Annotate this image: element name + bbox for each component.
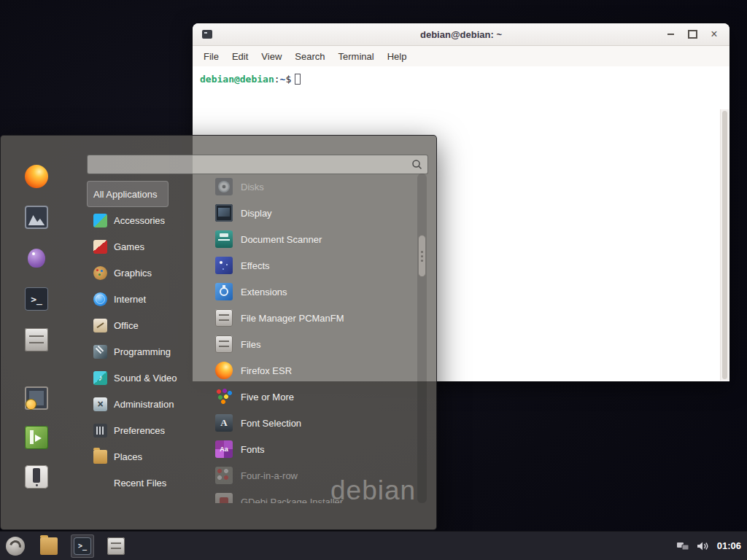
taskbar-launchers bbox=[37, 534, 128, 558]
office-icon bbox=[93, 319, 107, 332]
sound-video-icon bbox=[93, 371, 107, 385]
app-item[interactable]: Fonts bbox=[211, 436, 415, 462]
accessories-icon bbox=[93, 214, 107, 228]
document-scanner-icon bbox=[215, 230, 233, 248]
category-item[interactable]: Sound & Video bbox=[87, 365, 189, 391]
category-item[interactable]: Office bbox=[87, 312, 150, 338]
category-item[interactable]: Places bbox=[87, 443, 154, 470]
terminal-titlebar[interactable]: debian@debian: ~ × bbox=[193, 23, 729, 46]
category-label: Accessories bbox=[114, 215, 165, 226]
app-item[interactable]: Firefox ESR bbox=[211, 357, 415, 384]
category-label: Programming bbox=[114, 346, 171, 357]
category-label: Recent Files bbox=[114, 478, 166, 489]
favorite-app-button[interactable] bbox=[15, 283, 58, 315]
category-label: Internet bbox=[114, 294, 146, 305]
app-label: Firefox ESR bbox=[241, 365, 292, 376]
app-item[interactable]: Files bbox=[211, 331, 415, 357]
effects-icon bbox=[215, 257, 233, 274]
taskbar-launcher-button[interactable] bbox=[37, 534, 61, 558]
volume-icon[interactable] bbox=[697, 541, 709, 551]
firefox-icon bbox=[215, 362, 233, 379]
menu-search-input[interactable] bbox=[88, 159, 411, 170]
terminal-icon bbox=[25, 287, 48, 311]
app-item[interactable]: File Manager PCManFM bbox=[211, 305, 415, 331]
category-item[interactable]: Graphics bbox=[87, 260, 163, 286]
terminal-menu-item[interactable]: File bbox=[197, 48, 225, 65]
photos-icon bbox=[25, 206, 48, 229]
apps-scrollbar-thumb[interactable] bbox=[418, 235, 426, 277]
pcmanfm-icon bbox=[215, 309, 233, 327]
pidgin-icon bbox=[25, 246, 48, 270]
clock[interactable]: 01:06 bbox=[717, 540, 741, 551]
category-label: Preferences bbox=[114, 425, 165, 436]
category-item[interactable]: Accessories bbox=[87, 207, 177, 233]
category-item[interactable]: All Applications bbox=[87, 181, 169, 207]
favorite-app-button[interactable] bbox=[15, 160, 58, 192]
app-item[interactable]: Display bbox=[211, 200, 415, 226]
app-item[interactable]: Document Scanner bbox=[211, 226, 415, 252]
app-label: Fonts bbox=[241, 444, 265, 455]
category-item[interactable]: Programming bbox=[87, 338, 182, 365]
app-item[interactable]: Disks bbox=[211, 174, 415, 200]
terminal-menu-item[interactable]: Edit bbox=[225, 48, 255, 65]
category-list: All Applications Accessories Games Graph… bbox=[87, 181, 189, 496]
terminal-scrollbar[interactable] bbox=[720, 109, 729, 381]
terminal-menu-item[interactable]: Search bbox=[288, 48, 331, 65]
session-button[interactable] bbox=[15, 421, 58, 454]
terminal-icon bbox=[74, 537, 91, 555]
terminal-menu-item[interactable]: Terminal bbox=[332, 48, 381, 65]
app-item[interactable]: Five or More bbox=[211, 384, 415, 410]
terminal-title: debian@debian: ~ bbox=[193, 29, 729, 40]
app-item[interactable]: Font Selection bbox=[211, 410, 415, 436]
session-button[interactable] bbox=[15, 382, 58, 414]
category-item[interactable]: Recent Files bbox=[87, 470, 178, 496]
search-icon bbox=[411, 159, 422, 170]
menu-button[interactable] bbox=[3, 534, 28, 559]
files-icon bbox=[215, 335, 233, 353]
debian-watermark: debian bbox=[330, 475, 416, 506]
taskbar-launcher-button[interactable] bbox=[71, 534, 94, 558]
app-label: Display bbox=[241, 208, 272, 219]
category-label: Administration bbox=[114, 399, 174, 410]
administration-icon bbox=[93, 397, 107, 411]
favorites-column bbox=[9, 160, 63, 356]
category-item[interactable]: Administration bbox=[87, 391, 185, 417]
terminal-menu-item[interactable]: View bbox=[255, 48, 288, 65]
app-label: Font Selection bbox=[241, 418, 301, 429]
app-item[interactable]: Effects bbox=[211, 252, 415, 279]
network-icon[interactable] bbox=[677, 541, 689, 551]
terminal-cursor bbox=[295, 74, 301, 85]
prompt-separator: : bbox=[274, 74, 280, 85]
session-button[interactable] bbox=[15, 461, 58, 493]
internet-icon bbox=[93, 292, 107, 306]
app-label: Four-in-a-row bbox=[241, 470, 298, 481]
terminal-scrollbar-thumb[interactable] bbox=[722, 111, 727, 379]
display-icon bbox=[215, 204, 233, 222]
favorite-app-button[interactable] bbox=[15, 242, 58, 274]
terminal-menubar: FileEditViewSearchTerminalHelp bbox=[193, 46, 729, 66]
file-cabinet-icon bbox=[107, 537, 125, 555]
menu-search bbox=[87, 155, 428, 174]
category-item[interactable]: Games bbox=[87, 233, 156, 260]
category-label: Sound & Video bbox=[114, 373, 177, 384]
taskbar: 01:06 bbox=[0, 531, 747, 560]
graphics-icon bbox=[93, 266, 107, 280]
terminal-window-icon bbox=[202, 30, 212, 39]
taskbar-launcher-button[interactable] bbox=[104, 534, 128, 558]
logout-icon bbox=[25, 426, 48, 449]
apps-scrollbar[interactable] bbox=[417, 174, 427, 503]
prompt-user-host: debian@debian bbox=[200, 74, 274, 85]
app-label: Files bbox=[241, 339, 260, 350]
firefox-icon bbox=[25, 165, 48, 188]
app-label: GDebi Package Installer bbox=[241, 497, 343, 504]
close-button[interactable]: × bbox=[709, 29, 719, 39]
minimize-button[interactable] bbox=[665, 29, 676, 39]
favorite-app-button[interactable] bbox=[15, 201, 58, 233]
terminal-menu-item[interactable]: Help bbox=[381, 48, 414, 65]
favorite-app-button[interactable] bbox=[15, 324, 58, 356]
category-item[interactable]: Internet bbox=[87, 286, 158, 312]
fonts-icon bbox=[215, 440, 233, 458]
category-item[interactable]: Preferences bbox=[87, 417, 177, 443]
maximize-button[interactable] bbox=[687, 29, 697, 39]
app-item[interactable]: Extensions bbox=[211, 279, 415, 305]
